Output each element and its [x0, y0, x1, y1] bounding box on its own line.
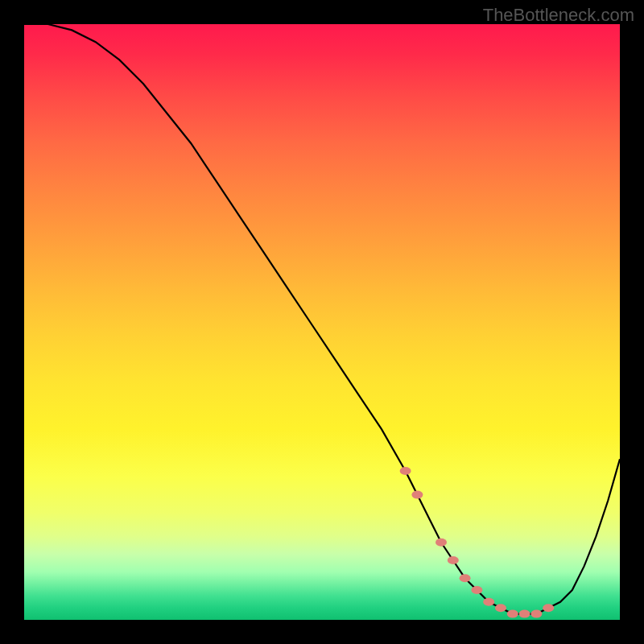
watermark-text: TheBottleneck.com	[483, 5, 634, 26]
chart-background-gradient	[24, 24, 620, 620]
chart-plot-area	[24, 24, 620, 620]
